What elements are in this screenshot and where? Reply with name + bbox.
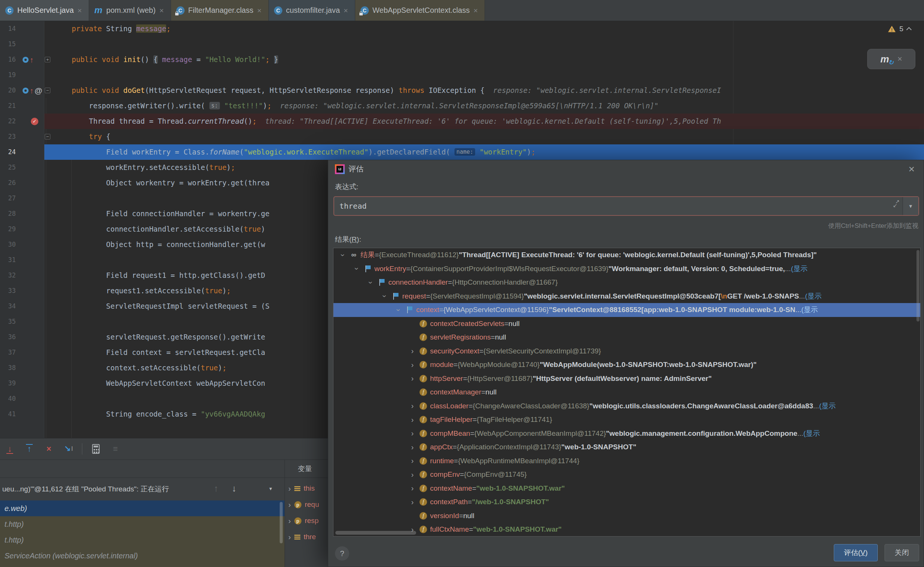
frames-scrollbar[interactable]: [280, 502, 283, 543]
help-button[interactable]: ?: [335, 546, 349, 561]
frame-row[interactable]: t.http): [0, 516, 285, 532]
chevron-right-icon[interactable]: ›: [407, 498, 418, 506]
tree-row-connectionHandler[interactable]: ›connectionHandler = {HttpConnectionHand…: [333, 276, 920, 290]
chevron-right-icon[interactable]: ›: [407, 347, 418, 355]
close-icon[interactable]: ×: [344, 7, 348, 14]
fold-marker[interactable]: −: [45, 134, 50, 139]
expression-combo[interactable]: thread ▼: [333, 196, 919, 216]
tree-row-context[interactable]: ›context = {WebAppServletContext@11596} …: [333, 303, 920, 317]
frames-list[interactable]: e.web)t.http)t.http)ServiceAction (weblo…: [0, 500, 285, 567]
code-line-19[interactable]: 19: [0, 67, 924, 83]
chevron-right-icon[interactable]: ›: [288, 517, 291, 525]
tree-row-contextName[interactable]: ›fcontextName = "web-1.0-SNAPSHOT.war": [333, 482, 920, 496]
chevron-right-icon[interactable]: ›: [288, 500, 291, 509]
force-step-into-icon[interactable]: ↓: [4, 443, 16, 455]
inspection-widget[interactable]: ! 5: [888, 25, 911, 33]
tree-row-contextCreatedServlets[interactable]: fcontextCreatedServlets = null: [333, 317, 920, 331]
tree-row-compEnv[interactable]: ›fcompEnv = {CompEnv@11745}: [333, 468, 920, 482]
chevron-right-icon[interactable]: ›: [407, 484, 418, 493]
code-line-22[interactable]: 22✓ Thread thread = Thread.currentThread…: [0, 114, 924, 129]
chevron-right-icon[interactable]: ›: [407, 374, 418, 383]
code-line-content[interactable]: private String message;: [44, 21, 924, 36]
breakpoint-icon[interactable]: ✓: [31, 118, 38, 125]
tree-row-fullCtxName[interactable]: ›ffullCtxName = "web-1.0-SNAPSHOT.war": [333, 523, 920, 537]
code-line-15[interactable]: 15: [0, 36, 924, 52]
tab-helloservlet-java[interactable]: CHelloServlet.java×: [0, 0, 89, 21]
chevron-right-icon[interactable]: ›: [407, 415, 418, 424]
code-line-content[interactable]: public void init() { message = "Hello Wo…: [44, 52, 924, 67]
close-button[interactable]: 关闭: [885, 544, 919, 561]
evaluate-button[interactable]: 评估(V): [834, 544, 878, 561]
code-line-content[interactable]: [44, 36, 924, 52]
chevron-up-icon[interactable]: [906, 27, 912, 32]
chevron-down-icon[interactable]: ›: [339, 249, 347, 261]
expression-input[interactable]: thread: [334, 202, 891, 211]
tree-row-servletRegisrations[interactable]: fservletRegisrations = null: [333, 330, 920, 344]
tree-row-workEntry[interactable]: ›workEntry = {ContainerSupportProviderIm…: [333, 262, 920, 276]
code-line-24[interactable]: 24 Field workEntry = Class.forName("webl…: [0, 144, 924, 160]
code-line-content[interactable]: Thread thread = Thread.currentThread(); …: [44, 114, 924, 129]
tree-row-classLoader[interactable]: ›fclassLoader = {ChangeAwareClassLoader@…: [333, 399, 920, 413]
chevron-right-icon[interactable]: ›: [407, 402, 418, 410]
code-line-content[interactable]: [44, 67, 924, 83]
fold-marker[interactable]: −: [45, 88, 50, 93]
frame-row[interactable]: ServiceAction (weblogic.servlet.internal…: [0, 548, 285, 564]
step-out-icon[interactable]: ↑: [23, 443, 35, 455]
combo-dropdown-icon[interactable]: ▼: [903, 197, 918, 215]
code-line-21[interactable]: 21 response.getWriter().write( s: "test!…: [0, 98, 924, 114]
code-line-16[interactable]: 16↑ public void init() { message = "Hell…: [0, 52, 924, 67]
tree-vertical-scrollbar[interactable]: [916, 250, 919, 321]
override-marker-icon[interactable]: [23, 57, 29, 63]
close-icon[interactable]: ×: [77, 7, 82, 14]
tree-row-tagFileHelper[interactable]: ›ftagFileHelper = {TagFileHelper@11741}: [333, 413, 920, 427]
run-to-cursor-icon[interactable]: ↘I: [62, 443, 74, 455]
tree-horizontal-scrollbar[interactable]: [335, 531, 416, 535]
layout-settings-icon[interactable]: ≡: [109, 443, 121, 455]
tree-row-appCtx[interactable]: ›fappCtx = {ApplicationContextImpl@11743…: [333, 440, 920, 454]
frame-row[interactable]: t.http): [0, 532, 285, 548]
tree-row-contextPath[interactable]: ›fcontextPath = "/web-1.0-SNAPSHOT": [333, 495, 920, 509]
chevron-right-icon[interactable]: ›: [288, 533, 291, 541]
result-tree[interactable]: ›∞结果 = {ExecuteThread@11612} "Thread[[AC…: [333, 248, 921, 537]
chevron-right-icon[interactable]: ›: [407, 470, 418, 479]
chevron-down-icon[interactable]: ›: [380, 291, 389, 302]
close-icon[interactable]: ×: [473, 7, 478, 14]
tree-row-compMBean[interactable]: ›fcompMBean = {WebAppComponentMBeanImpl@…: [333, 427, 920, 441]
navigate-up-icon[interactable]: ↑: [214, 483, 218, 494]
code-line-23[interactable]: 23 try {−: [0, 129, 924, 144]
tab-pom-xml-web-[interactable]: mpom.xml (web)×: [89, 0, 171, 21]
close-icon[interactable]: ×: [159, 7, 164, 14]
tree-row-contextManager[interactable]: fcontextManager = null: [333, 385, 920, 399]
close-icon[interactable]: ×: [257, 7, 262, 14]
dropdown-arrow-icon[interactable]: ▼: [268, 486, 273, 491]
maven-reload-icon[interactable]: m↻: [880, 53, 889, 65]
close-icon[interactable]: ×: [909, 164, 915, 174]
variable-row-thre[interactable]: ›thre: [285, 529, 316, 544]
variable-row-resp[interactable]: ›presp: [285, 513, 319, 528]
maven-reload-popup[interactable]: m↻ ×: [867, 49, 915, 69]
code-line-content[interactable]: public void doGet(HttpServletRequest req…: [44, 83, 924, 98]
thread-selector-row[interactable]: ueu...ng)'"@11,612 在组 "Pooled Threads": …: [0, 478, 285, 500]
chevron-right-icon[interactable]: ›: [407, 456, 418, 465]
tree-row-httpServer[interactable]: ›fhttpServer = {HttpServer@11687} "HttpS…: [333, 372, 920, 386]
code-line-content[interactable]: Field workEntry = Class.forName("weblogi…: [44, 144, 924, 160]
chevron-down-icon[interactable]: ›: [394, 304, 403, 315]
expand-icon[interactable]: [891, 197, 903, 215]
chevron-right-icon[interactable]: ›: [407, 361, 418, 369]
variable-row-requ[interactable]: ›prequ: [285, 497, 319, 512]
frame-row[interactable]: ServiceAction (weblogic.servlet.internal…: [0, 564, 285, 567]
chevron-right-icon[interactable]: ›: [407, 429, 418, 438]
chevron-down-icon[interactable]: ›: [353, 263, 361, 274]
navigate-down-icon[interactable]: ↓: [232, 483, 236, 494]
tab-webappservletcontext-class[interactable]: CWebAppServletContext.class×: [355, 0, 485, 21]
tab-customfilter-java[interactable]: Ccustomfilter.java×: [269, 0, 355, 21]
tree-row-versionId[interactable]: fversionId = null: [333, 509, 920, 523]
chevron-right-icon[interactable]: ›: [407, 443, 418, 452]
drop-frame-icon[interactable]: ×: [43, 443, 55, 455]
code-line-content[interactable]: response.getWriter().write( s: "test!!!"…: [44, 98, 924, 114]
tree-row-结果[interactable]: ›∞结果 = {ExecuteThread@11612} "Thread[[AC…: [333, 248, 920, 262]
evaluate-expression-icon[interactable]: [90, 443, 102, 455]
tree-row-request[interactable]: ›request = {ServletRequestImpl@11594} "w…: [333, 290, 920, 303]
tree-row-runtime[interactable]: ›fruntime = {WebAppRuntimeMBeanImpl@1174…: [333, 454, 920, 468]
tree-row-module[interactable]: ›fmodule = {WebAppModule@11740} "WebAppM…: [333, 358, 920, 372]
